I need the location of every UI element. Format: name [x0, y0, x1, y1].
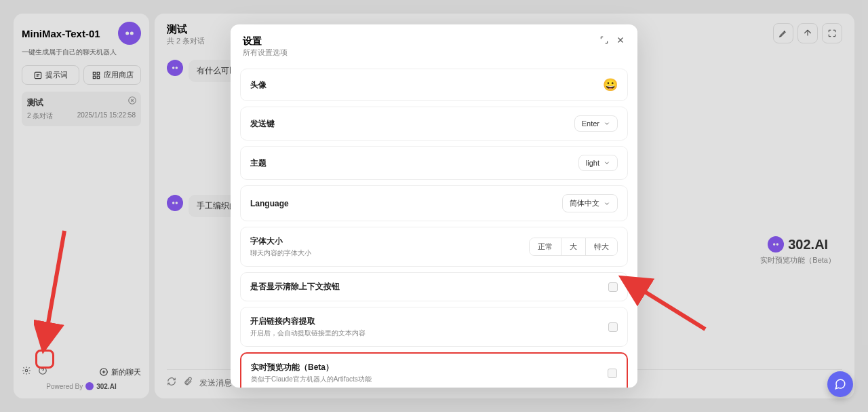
setting-avatar: 头像 😀	[240, 69, 628, 101]
setting-label: 是否显示清除上下文按钮	[250, 281, 340, 293]
modal-subtitle: 所有设置选项	[243, 48, 288, 58]
fontsize-xlarge[interactable]: 特大	[585, 238, 617, 255]
setting-desc: 类似于Claude官方机器人的Artifacts功能	[251, 375, 372, 384]
setting-label: 实时预览功能（Beta）	[251, 362, 372, 373]
setting-theme: 主题 light	[240, 146, 628, 180]
setting-sendkey: 发送键 Enter	[240, 107, 628, 141]
fullscreen-icon[interactable]	[599, 35, 609, 48]
setting-fontsize: 字体大小 聊天内容的字体大小 正常 大 特大	[240, 227, 628, 267]
setting-label: 发送键	[250, 118, 275, 130]
setting-label: 开启链接内容提取	[250, 316, 366, 327]
link-extract-toggle[interactable]	[608, 322, 618, 332]
clear-context-toggle[interactable]	[608, 282, 618, 292]
chat-icon	[834, 378, 846, 390]
modal-title: 设置	[243, 35, 288, 48]
setting-preview: 实时预览功能（Beta） 类似于Claude官方机器人的Artifacts功能	[240, 352, 628, 388]
setting-language: Language 简体中文	[240, 185, 628, 221]
fontsize-large[interactable]: 大	[561, 238, 585, 255]
setting-desc: 聊天内容的字体大小	[250, 248, 311, 258]
theme-select[interactable]: light	[578, 155, 618, 171]
setting-label: 字体大小	[250, 236, 311, 247]
setting-desc: 开启后，会自动提取链接里的文本内容	[250, 329, 366, 338]
setting-label: 头像	[250, 79, 267, 91]
chevron-down-icon	[604, 120, 610, 127]
setting-label: Language	[250, 199, 289, 208]
setting-label: 主题	[250, 157, 267, 169]
sendkey-select[interactable]: Enter	[574, 115, 618, 132]
chat-fab[interactable]	[827, 371, 853, 397]
chevron-down-icon	[604, 200, 610, 207]
avatar-emoji[interactable]: 😀	[603, 77, 618, 92]
fontsize-normal[interactable]: 正常	[530, 238, 561, 255]
preview-toggle[interactable]	[608, 369, 617, 378]
settings-modal: 设置 所有设置选项 头像 😀 发送键 Enter 主题 light Langua…	[231, 24, 637, 388]
setting-clear-context: 是否显示清除上下文按钮	[240, 272, 628, 301]
chevron-down-icon	[604, 160, 610, 166]
language-select[interactable]: 简体中文	[562, 194, 618, 212]
close-icon[interactable]	[616, 35, 625, 48]
setting-link-extract: 开启链接内容提取 开启后，会自动提取链接里的文本内容	[240, 307, 628, 347]
